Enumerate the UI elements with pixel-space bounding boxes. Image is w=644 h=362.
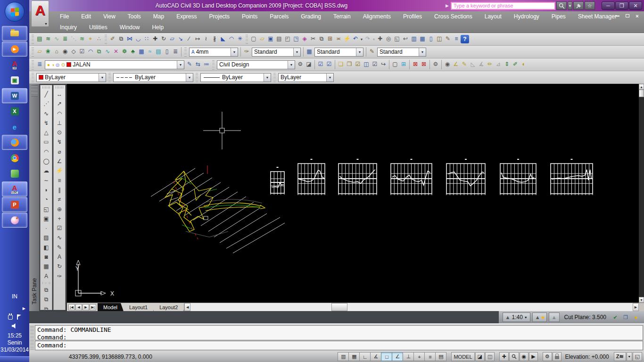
- zoom-tool-icon[interactable]: [509, 352, 519, 361]
- drawing-canvas[interactable]: Y X: [67, 84, 639, 303]
- menu-cross-sections[interactable]: Cross Sections: [428, 11, 479, 22]
- ellipse-arc-icon[interactable]: ◔: [41, 195, 51, 204]
- halfmoon-icon[interactable]: ◐: [520, 60, 528, 69]
- open-project-icon[interactable]: ▱: [35, 48, 44, 56]
- menu-parcels[interactable]: Parcels: [264, 11, 295, 22]
- pencil3-icon[interactable]: ✐: [511, 60, 520, 69]
- layer-vp-icon[interactable]: ◍: [56, 62, 60, 67]
- copy-clip-icon[interactable]: ⧉: [317, 35, 326, 43]
- tolerance-icon[interactable]: ⊕: [55, 205, 64, 214]
- taskbar-internet-explorer[interactable]: e: [2, 119, 27, 134]
- volume-icon[interactable]: [12, 323, 18, 329]
- table-style-tool-icon[interactable]: ▦: [305, 48, 314, 56]
- task-pane-grip[interactable]: [31, 86, 38, 96]
- angle2-icon[interactable]: ∡: [477, 60, 486, 69]
- layer-grid-icon[interactable]: ⊞: [399, 60, 408, 69]
- gradient-icon[interactable]: ◧: [41, 243, 51, 252]
- new-icon[interactable]: ▢: [249, 35, 258, 43]
- search-options-arrow[interactable]: ▼: [568, 1, 572, 10]
- dim-style-tool-icon[interactable]: ✑: [242, 48, 251, 56]
- send-back-icon[interactable]: ⧉: [41, 295, 51, 304]
- extend-icon[interactable]: ↦: [193, 35, 202, 43]
- status-tray-check-icon[interactable]: ✔: [611, 313, 619, 321]
- favorites-button[interactable]: ☆: [585, 1, 595, 10]
- lineweight-combo[interactable]: ByLayer▼: [200, 73, 271, 82]
- linetype-combo[interactable]: ByLayer▼: [113, 73, 193, 82]
- dim-edit-icon[interactable]: ✎: [55, 243, 64, 252]
- tab-model[interactable]: Model: [98, 303, 124, 311]
- z-layers-icon[interactable]: Z≋: [614, 352, 626, 361]
- menu-projects[interactable]: Projects: [203, 11, 236, 22]
- dim-continue-icon[interactable]: ∥: [55, 185, 64, 195]
- snap-toggle[interactable]: ▥: [338, 352, 349, 361]
- break-point-icon[interactable]: ≀: [202, 35, 210, 43]
- menu-layout[interactable]: Layout: [479, 11, 508, 22]
- dim-text-edit-icon[interactable]: A: [55, 252, 64, 262]
- color-combo[interactable]: ByLayer▼: [36, 73, 106, 82]
- taskbar-photo-viewer[interactable]: [2, 166, 27, 181]
- workspace-gear-icon[interactable]: ⚙: [543, 352, 552, 361]
- taskbar-excel[interactable]: X: [2, 104, 27, 119]
- trim-icon[interactable]: ∕: [185, 35, 193, 43]
- undo-arrow[interactable]: ▼: [360, 38, 363, 41]
- make-block-icon[interactable]: ▣: [41, 214, 51, 223]
- menu-grading[interactable]: Grading: [295, 11, 327, 22]
- layer-combo[interactable]: ● ◑ ◍ ⊙ JALAN ▼: [45, 60, 184, 69]
- tab-last-button[interactable]: ▶|: [90, 304, 96, 311]
- command-input[interactable]: Command:: [35, 341, 643, 350]
- hscroll-thumb[interactable]: [331, 303, 347, 311]
- layer-translate-icon[interactable]: ≔: [202, 60, 211, 69]
- bring-above-icon[interactable]: ⧉: [41, 304, 51, 310]
- sheet-stack-icon[interactable]: ▤: [35, 35, 44, 43]
- angle-draft-icon[interactable]: ∠: [452, 60, 460, 69]
- scale-icon[interactable]: ▱: [168, 35, 176, 43]
- otrack-toggle[interactable]: ∠: [392, 352, 403, 361]
- layout-tab-icon[interactable]: ◫: [485, 352, 495, 361]
- erase-icon[interactable]: ✐: [108, 35, 117, 43]
- designcenter-icon[interactable]: ▦: [418, 35, 427, 43]
- circle-icon[interactable]: ◯: [41, 156, 51, 166]
- menu-express[interactable]: Express: [170, 11, 203, 22]
- toolbar-grip[interactable]: [105, 35, 107, 44]
- revcloud-icon[interactable]: ☁: [41, 166, 51, 175]
- rectangle-icon[interactable]: ▭: [41, 137, 51, 147]
- chamfer-icon[interactable]: ◣: [219, 35, 227, 43]
- menu-profiles[interactable]: Profiles: [397, 11, 428, 22]
- markup-icon[interactable]: ✎: [444, 35, 452, 43]
- toolbar-grip[interactable]: [32, 48, 34, 57]
- save-icon[interactable]: ▣: [266, 35, 275, 43]
- toolbar-grip[interactable]: [246, 35, 248, 44]
- dim-linear-icon[interactable]: ↔: [55, 90, 64, 99]
- task-pane-collapsed[interactable]: Task Pane: [29, 84, 40, 311]
- bring-front-icon[interactable]: ⧉: [41, 285, 51, 295]
- stretch-icon[interactable]: ↘: [176, 35, 185, 43]
- cut-plane-value[interactable]: 3.500: [592, 314, 606, 321]
- water-icon[interactable]: ≈: [146, 48, 154, 56]
- vscroll-down-arrow[interactable]: ▼: [639, 297, 644, 303]
- arc-icon[interactable]: ◠: [41, 147, 51, 156]
- annotation-visibility-button[interactable]: ▲: [532, 313, 547, 322]
- dim-jogline-icon[interactable]: ∿: [55, 233, 64, 242]
- trees-icon[interactable]: ♣: [129, 48, 137, 56]
- etransmit-icon[interactable]: ⚡: [343, 35, 351, 43]
- profile-faded-icon[interactable]: ∿: [52, 35, 61, 43]
- compass-icon[interactable]: ◉: [61, 48, 69, 56]
- compass2-icon[interactable]: ◉: [443, 60, 452, 69]
- dim-jogged-icon[interactable]: ↯: [55, 137, 64, 147]
- layers-doc-icon[interactable]: ≣: [171, 48, 180, 56]
- qdim-icon[interactable]: ⚡: [55, 166, 64, 175]
- insert-block-icon[interactable]: ◱: [41, 205, 51, 214]
- tab-next-button[interactable]: ▶: [83, 304, 89, 311]
- cut-icon[interactable]: ✂: [309, 35, 317, 43]
- vscroll-up-arrow[interactable]: ▲: [639, 84, 644, 90]
- dyn-toggle[interactable]: +: [413, 352, 425, 361]
- xline-icon[interactable]: ⋰: [41, 99, 51, 108]
- toolbar-grip[interactable]: [56, 86, 63, 89]
- osnap-toggle[interactable]: □: [381, 352, 392, 361]
- pipe-node-icon[interactable]: ⌖: [86, 35, 95, 43]
- toolbar-grip[interactable]: [184, 48, 187, 57]
- mirror-icon[interactable]: ⋈: [125, 35, 134, 43]
- vertical-scrollbar[interactable]: ▲ ▼: [639, 84, 644, 311]
- home-icon[interactable]: ⌂: [52, 48, 61, 56]
- tab-first-button[interactable]: |◀: [68, 304, 75, 311]
